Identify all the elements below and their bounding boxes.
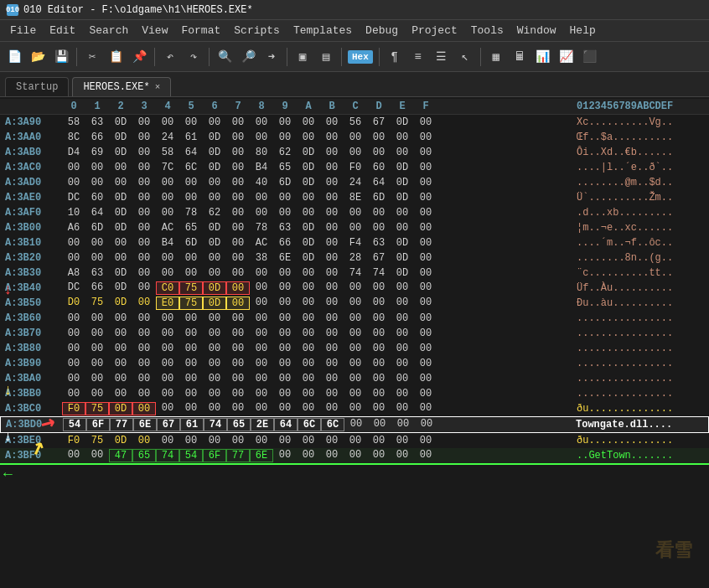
hex-cell-value[interactable]: 0D: [109, 147, 132, 158]
hex-cell-value[interactable]: 10: [62, 207, 85, 219]
hex-cell-value[interactable]: 6E: [133, 418, 157, 431]
hex-cell-value[interactable]: 60: [367, 162, 391, 173]
hex-cell-value[interactable]: 00: [132, 252, 156, 264]
hex-cell-value[interactable]: 00: [367, 402, 391, 415]
hex-cell-value[interactable]: 28: [344, 252, 367, 264]
hex-cell-value[interactable]: 00: [414, 162, 437, 173]
hex-cell-value[interactable]: 00: [414, 297, 437, 310]
hex-cell-value[interactable]: 6F: [86, 418, 110, 431]
hex-cell-value[interactable]: 77: [226, 449, 250, 462]
hex-cell-value[interactable]: 00: [203, 343, 226, 354]
hex-cell-value[interactable]: 00: [250, 132, 273, 143]
hex-cell-value[interactable]: 00: [320, 358, 344, 369]
hex-cell-value[interactable]: B4: [156, 237, 179, 249]
hex-cell-value[interactable]: 74: [204, 418, 227, 431]
hex-row[interactable]: A:3BA000000000000000000000000000000000..…: [0, 371, 709, 386]
pilcrow-button[interactable]: ¶: [384, 46, 406, 68]
hex-cell-value[interactable]: 00: [273, 402, 297, 415]
hex-cell-value[interactable]: 00: [179, 435, 203, 446]
hex-cell-value[interactable]: 00: [226, 237, 250, 249]
hex-cell-value[interactable]: 00: [297, 132, 320, 143]
hex-cell-value[interactable]: 00: [320, 435, 344, 446]
hex-cell-value[interactable]: 00: [85, 312, 109, 324]
hex-cell-value[interactable]: 80: [250, 147, 273, 158]
hex-cell-value[interactable]: 00: [132, 147, 156, 158]
chart-button[interactable]: 📊: [532, 46, 554, 68]
hex-cell-value[interactable]: 00: [320, 343, 344, 354]
hex-cell-value[interactable]: 00: [344, 358, 367, 369]
menu-item-project[interactable]: Project: [405, 20, 464, 41]
hex-cell-value[interactable]: 00: [250, 207, 273, 219]
hex-cell-value[interactable]: 00: [85, 252, 109, 264]
hex-cell-value[interactable]: 00: [320, 132, 344, 143]
hex-row[interactable]: A:3AB0D4690D0058640D0080620D0000000000Ôi…: [0, 145, 709, 160]
hex-cell-value[interactable]: 00: [109, 358, 132, 369]
menu-item-edit[interactable]: Edit: [43, 20, 82, 41]
hex-cell-value[interactable]: 0D: [203, 147, 226, 158]
hex-cell-value[interactable]: 00: [132, 312, 156, 324]
hex-cell-value[interactable]: 00: [226, 297, 250, 310]
hex-cell-value[interactable]: 00: [344, 312, 367, 324]
hex-cell-value[interactable]: 6E: [273, 252, 297, 264]
hex-cell-value[interactable]: 00: [297, 435, 320, 446]
hex-cell-value[interactable]: 00: [367, 373, 391, 384]
hex-cell-value[interactable]: 00: [320, 192, 344, 204]
hex-cell-value[interactable]: 0D: [297, 147, 320, 158]
hex-cell-value[interactable]: 00: [226, 116, 250, 128]
hex-cell-value[interactable]: 00: [344, 449, 367, 462]
hex-cell-value[interactable]: 74: [367, 267, 391, 279]
hex-cell-value[interactable]: 00: [367, 388, 391, 400]
hex-row[interactable]: A:3BE0F0750D00000000000000000000000000ðu…: [0, 433, 709, 448]
hex-cell-value[interactable]: 0D: [297, 252, 320, 264]
hex-cell-value[interactable]: 00: [273, 116, 297, 128]
hex-cell-value[interactable]: 00: [320, 328, 344, 339]
tab-startup[interactable]: Startup: [5, 77, 69, 96]
hex-cell-value[interactable]: 00: [62, 358, 85, 369]
hex-cell-value[interactable]: 00: [203, 328, 226, 339]
hex-cell-value[interactable]: 64: [367, 177, 391, 188]
hex-cell-value[interactable]: 00: [320, 237, 344, 249]
hex-cell-value[interactable]: 0D: [203, 162, 226, 173]
hex-row[interactable]: A:3B8000000000000000000000000000000000..…: [0, 341, 709, 356]
hex-cell-value[interactable]: 00: [226, 281, 250, 295]
hex-cell-value[interactable]: 66: [273, 237, 297, 249]
hex-cell-value[interactable]: 00: [391, 373, 414, 384]
hex-cell-value[interactable]: 00: [320, 312, 344, 324]
hex-cell-value[interactable]: 00: [367, 328, 391, 339]
hex-row[interactable]: A:3AE0DC600D0000000000000000008E6D0D00Ü`…: [0, 190, 709, 205]
hex-cell-value[interactable]: 6C: [321, 418, 344, 431]
hex-cell-value[interactable]: 00: [250, 328, 273, 339]
hex-cell-value[interactable]: 63: [273, 222, 297, 234]
hex-cell-value[interactable]: 0D: [109, 132, 132, 143]
hex-cell-value[interactable]: B4: [250, 162, 273, 173]
hex-cell-value[interactable]: 00: [132, 328, 156, 339]
hex-cell-value[interactable]: 66: [85, 132, 109, 143]
align-button[interactable]: ≡: [407, 46, 429, 68]
hex-cell-value[interactable]: 00: [179, 402, 203, 415]
hex-cell-value[interactable]: 00: [203, 116, 226, 128]
hex-cell-value[interactable]: 00: [367, 132, 391, 143]
hex-cell-value[interactable]: 00: [414, 281, 437, 295]
hex-cell-value[interactable]: 00: [344, 297, 367, 310]
hex-cell-value[interactable]: 00: [179, 343, 203, 354]
hex-cell-value[interactable]: 78: [250, 222, 273, 234]
hex-cell-value[interactable]: 00: [414, 267, 437, 279]
hex-cell-value[interactable]: 00: [62, 343, 85, 354]
hex-cell-value[interactable]: 6D: [179, 237, 203, 249]
hex-cell-value[interactable]: 00: [179, 358, 203, 369]
hex-cell-value[interactable]: 00: [226, 358, 250, 369]
hex-cell-value[interactable]: AC: [156, 222, 179, 234]
hex-cell-value[interactable]: 00: [156, 207, 179, 219]
new-button[interactable]: 📄: [3, 46, 25, 68]
hex-cell-value[interactable]: 00: [203, 373, 226, 384]
hex-cell-value[interactable]: 00: [391, 402, 414, 415]
hex-cell-value[interactable]: 00: [320, 402, 344, 415]
hex-row[interactable]: A:3B00A66D0D00AC650D0078630D0000000000¦m…: [0, 220, 709, 235]
hex-cell-value[interactable]: 00: [414, 132, 437, 143]
hex-cell-value[interactable]: 75: [85, 435, 109, 446]
hex-cell-value[interactable]: 00: [414, 207, 437, 219]
hex-cell-value[interactable]: 00: [297, 267, 320, 279]
hex-cell-value[interactable]: 2E: [251, 418, 274, 431]
menu-item-scripts[interactable]: Scripts: [227, 20, 287, 41]
hex-cell-value[interactable]: 0D: [203, 132, 226, 143]
